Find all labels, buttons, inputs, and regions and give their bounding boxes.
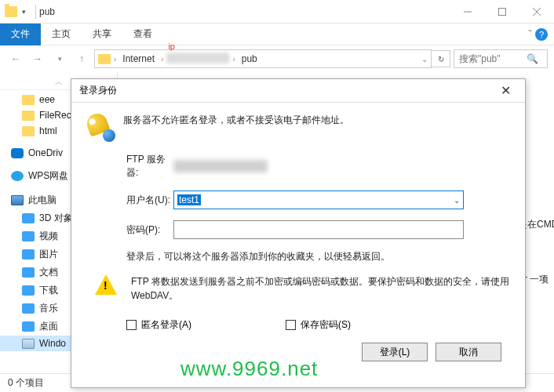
checkbox-label: 匿名登录(A) — [141, 318, 191, 332]
sidebar-item-label: OneDriv — [28, 147, 63, 158]
login-dialog: 登录身份 ✕ 服务器不允许匿名登录，或者不接受该电子邮件地址。 FTP 服务器:… — [71, 78, 526, 388]
documents-icon — [22, 267, 35, 278]
sidebar-item-label: html — [39, 125, 57, 136]
save-password-checkbox[interactable]: 保存密码(S) — [286, 318, 351, 332]
up-button[interactable]: ↑ — [72, 49, 91, 68]
chevron-right-icon: › — [232, 55, 235, 64]
refresh-button[interactable]: ↻ — [432, 50, 450, 67]
password-label: 密码(P): — [87, 223, 173, 237]
file-tab[interactable]: 文件 — [0, 24, 41, 45]
3d-icon — [22, 213, 35, 223]
sidebar-item-label: FileRec — [39, 110, 71, 121]
music-icon — [22, 303, 35, 314]
breadcrumb-blurred — [166, 53, 229, 64]
sidebar-item-label: 此电脑 — [28, 194, 56, 207]
address-bar: ← → ▾ ↑ › Internet › ip › pub ⌄ ↻ 🔍 — [0, 45, 554, 72]
dropdown-icon[interactable]: ⌄ — [454, 196, 460, 205]
dialog-title: 登录身份 — [79, 84, 117, 97]
item-count: 0 个项目 — [8, 376, 44, 390]
checkbox-icon — [126, 320, 137, 330]
sidebar-item-label: 桌面 — [39, 320, 58, 333]
sidebar-item-label: 3D 对象 — [39, 212, 73, 225]
folder-icon — [22, 111, 35, 121]
checkbox-icon — [286, 320, 296, 330]
folder-icon — [22, 95, 35, 105]
ribbon-chevron-icon[interactable]: ˇ — [528, 28, 532, 41]
separator — [35, 5, 36, 19]
sidebar-item-label: Windo — [39, 338, 66, 349]
sidebar-item-label: 音乐 — [39, 302, 58, 315]
qa-dropdown-icon[interactable]: ▾ — [22, 8, 26, 16]
tab-home[interactable]: 主页 — [41, 23, 82, 45]
server-value-blurred — [173, 160, 268, 172]
warning-text: FTP 将数据发送到服务器之前不加密或编码密码或数据。要保护密码和数据的安全，请… — [131, 274, 509, 303]
cloud-icon — [11, 148, 24, 158]
anonymous-checkbox[interactable]: 匿名登录(A) — [126, 318, 191, 332]
info-text: 登录后，可以将这个服务器添加到你的收藏夹，以便轻易返回。 — [87, 250, 509, 263]
ribbon: 文件 主页 共享 查看 ˇ ? — [0, 24, 554, 45]
username-input[interactable]: test1 ⌄ — [173, 191, 464, 209]
password-input[interactable] — [173, 220, 464, 239]
dialog-message: 服务器不允许匿名登录，或者不接受该电子邮件地址。 — [123, 114, 349, 127]
sidebar-item-label: 文档 — [39, 266, 58, 279]
search-input[interactable] — [459, 53, 522, 64]
breadcrumb[interactable]: Internet — [119, 53, 158, 64]
window-title: pub — [39, 6, 55, 17]
address-input[interactable]: › Internet › ip › pub ⌄ — [94, 49, 432, 68]
sidebar-item-label: 下载 — [39, 284, 58, 297]
drive-icon — [22, 339, 35, 349]
help-icon[interactable]: ? — [535, 28, 548, 41]
folder-icon — [22, 126, 35, 136]
username-value: test1 — [177, 194, 201, 205]
minimize-button[interactable] — [450, 0, 485, 24]
chevron-right-icon: › — [114, 55, 116, 64]
window-titlebar: ▾ pub — [0, 0, 554, 24]
login-button[interactable]: 登录(L) — [362, 343, 428, 361]
cloud-icon — [11, 171, 24, 181]
downloads-icon — [22, 285, 35, 296]
sidebar-item-label: 图片 — [39, 248, 58, 261]
pc-icon — [11, 195, 24, 205]
search-icon: 🔍 — [527, 53, 538, 64]
sidebar-item-label: eee — [39, 94, 55, 105]
server-label: FTP 服务器: — [87, 153, 173, 180]
folder-icon — [98, 54, 111, 64]
ip-annotation: ip — [168, 42, 175, 51]
warning-icon — [95, 274, 120, 296]
recent-dropdown[interactable]: ▾ — [50, 49, 69, 68]
dialog-titlebar: 登录身份 ✕ — [71, 79, 525, 103]
chevron-right-icon: › — [161, 55, 163, 64]
desktop-icon — [22, 321, 35, 332]
tab-view[interactable]: 查看 — [122, 23, 163, 45]
dialog-close-button[interactable]: ✕ — [494, 83, 517, 98]
close-button[interactable] — [519, 0, 554, 24]
video-icon — [22, 231, 35, 241]
checkbox-label: 保存密码(S) — [301, 318, 351, 332]
cancel-button[interactable]: 取消 — [436, 343, 501, 361]
tab-share[interactable]: 共享 — [82, 23, 122, 45]
search-box[interactable]: 🔍 — [454, 49, 548, 68]
maximize-button[interactable] — [485, 0, 519, 24]
key-globe-icon — [87, 114, 112, 139]
folder-icon — [5, 6, 17, 17]
forward-button[interactable]: → — [28, 49, 47, 68]
sidebar-item-label: 视频 — [39, 230, 58, 243]
breadcrumb[interactable]: pub — [239, 53, 261, 64]
username-label: 用户名(U): — [87, 194, 173, 207]
svg-rect-1 — [499, 8, 506, 15]
dropdown-icon[interactable]: ⌄ — [421, 55, 428, 64]
pictures-icon — [22, 249, 35, 260]
sidebar-item-label: WPS网盘 — [28, 169, 68, 183]
back-button[interactable]: ← — [6, 49, 25, 68]
